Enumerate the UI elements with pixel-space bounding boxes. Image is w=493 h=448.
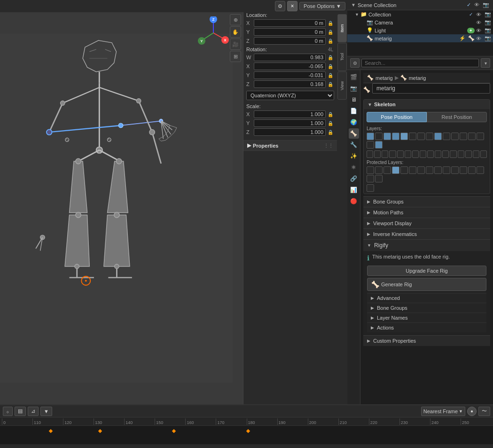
rotation-z-value[interactable]: 0.168: [254, 80, 326, 88]
rest-position-button[interactable]: Rest Position: [427, 112, 487, 122]
timeline-scrollbar[interactable]: [0, 444, 493, 448]
player-8[interactable]: [426, 166, 433, 174]
player-5[interactable]: [400, 166, 408, 174]
nearest-frame-select[interactable]: Nearest Frame ▼: [421, 407, 465, 416]
layer-25[interactable]: [427, 150, 434, 158]
layer-6[interactable]: [409, 133, 416, 140]
player-3[interactable]: [383, 166, 391, 174]
player-2[interactable]: [375, 166, 383, 174]
layer-11[interactable]: [451, 133, 459, 140]
layer-22[interactable]: [405, 150, 411, 158]
upgrade-face-rig-button[interactable]: Upgrade Face Rig: [367, 266, 486, 276]
camera-icon[interactable]: 🎥: [230, 39, 241, 50]
physics-icon[interactable]: ⚛: [349, 162, 359, 173]
actions-sub-row[interactable]: ▶ Actions: [367, 322, 486, 332]
player-14[interactable]: [477, 166, 484, 174]
viewport-close-button[interactable]: ×: [287, 1, 297, 11]
rotation-y-value[interactable]: -0.031: [254, 71, 326, 79]
world-icon[interactable]: 🌍: [349, 117, 359, 127]
bone-groups-row[interactable]: ▶ Bone Groups: [363, 196, 490, 207]
scale-x-value[interactable]: 1.000: [254, 110, 326, 118]
layer-2[interactable]: [375, 133, 383, 140]
layer-19[interactable]: [382, 150, 388, 158]
constraints-icon[interactable]: 🔗: [349, 173, 359, 184]
player-16[interactable]: [375, 175, 383, 182]
timeline-mode-icon[interactable]: ▤: [15, 407, 26, 416]
scale-z-value[interactable]: 1.000: [254, 128, 326, 136]
inverse-kinematics-row[interactable]: ▶ Inverse Kinematics: [363, 228, 490, 239]
location-x-value[interactable]: 0 m: [254, 19, 326, 27]
modifier-icon[interactable]: 🔧: [349, 140, 359, 150]
viewport-options-icon[interactable]: ⚙: [275, 1, 285, 11]
layer-23[interactable]: [412, 150, 419, 158]
player-1[interactable]: [367, 166, 374, 174]
layer-3[interactable]: [383, 133, 391, 140]
light-item[interactable]: 💡 Light ✦ 👁 📷: [347, 26, 493, 34]
layer-32[interactable]: [480, 150, 487, 158]
props-settings-icon[interactable]: ⚙: [350, 58, 360, 68]
player-15[interactable]: [367, 175, 374, 182]
layer-17[interactable]: [367, 150, 373, 158]
player-12[interactable]: [460, 166, 467, 174]
metarig-item[interactable]: 🦴 metarig ⚡ 🦴 👁 📷: [347, 34, 493, 42]
zoom-icon[interactable]: ⊕: [230, 14, 241, 25]
rigify-header[interactable]: ▼ Rigify: [363, 239, 490, 251]
scale-y-value[interactable]: 1.000: [254, 119, 326, 127]
props-search-input[interactable]: [361, 59, 479, 67]
pan-icon[interactable]: ✋: [230, 26, 241, 38]
location-z-value[interactable]: 0 m: [254, 37, 326, 45]
pose-position-button[interactable]: Pose Position: [367, 112, 427, 122]
layer-1[interactable]: [367, 133, 374, 140]
layer-8[interactable]: [426, 133, 433, 140]
bone-groups-sub-row[interactable]: ▶ Bone Groups: [367, 303, 486, 313]
layer-4[interactable]: [392, 133, 399, 140]
layer-10[interactable]: [443, 133, 450, 140]
grid-icon[interactable]: ⊞: [230, 51, 241, 62]
generate-rig-button[interactable]: 🦴 Generate Rig: [367, 278, 486, 291]
layer-9[interactable]: [434, 133, 442, 140]
object-props-icon[interactable]: 🦴: [349, 128, 359, 139]
timeline-filter-icon[interactable]: ⊿: [28, 407, 39, 416]
layer-30[interactable]: [465, 150, 472, 158]
rotation-x-value[interactable]: -0.065: [254, 63, 326, 70]
scene-props-icon[interactable]: 🎬: [349, 72, 359, 82]
rotation-w-value[interactable]: 0.983: [254, 54, 326, 61]
layer-26[interactable]: [435, 150, 441, 158]
player-4[interactable]: [392, 166, 399, 174]
motion-paths-row[interactable]: ▶ Motion Paths: [363, 207, 490, 218]
layer-14[interactable]: [477, 133, 484, 140]
pose-options-button[interactable]: Pose Options ▼: [299, 2, 345, 10]
metarig-name-input[interactable]: [372, 83, 490, 94]
layer-12[interactable]: [460, 133, 467, 140]
layer-24[interactable]: [420, 150, 426, 158]
collection-item[interactable]: ▼ 📁 Collection ✓ 👁 📷: [347, 10, 493, 18]
props-filter-icon[interactable]: ▾: [481, 58, 490, 68]
particles-icon[interactable]: ✨: [349, 151, 359, 161]
layer-29[interactable]: [458, 150, 464, 158]
timeline-wave-icon[interactable]: 〜: [478, 407, 490, 416]
view-tab[interactable]: View: [337, 71, 347, 100]
timeline-marker-icon[interactable]: ▼: [40, 407, 52, 416]
viewport-display-row[interactable]: ▶ Viewport Display: [363, 218, 490, 228]
view-layer-icon[interactable]: 📄: [349, 106, 359, 116]
layer-28[interactable]: [450, 150, 456, 158]
render-icon[interactable]: 📷: [349, 83, 359, 94]
skeleton-title[interactable]: ▼ Skeleton: [364, 100, 490, 109]
quaternion-select[interactable]: Quaternion (WXYZ): [246, 91, 334, 100]
camera-item[interactable]: 📷 Camera 👁 📷: [347, 18, 493, 26]
timeline-keyframe-icon[interactable]: ⬦: [3, 407, 13, 416]
player-17[interactable]: [367, 184, 374, 192]
player-6[interactable]: [409, 166, 416, 174]
output-icon[interactable]: 🖥: [349, 94, 359, 105]
layer-20[interactable]: [389, 150, 396, 158]
timeline-dot-button[interactable]: ●: [467, 407, 477, 416]
player-9[interactable]: [434, 166, 442, 174]
layer-13[interactable]: [468, 133, 476, 140]
layer-7[interactable]: [417, 133, 425, 140]
layer-16[interactable]: [375, 141, 383, 149]
player-10[interactable]: [443, 166, 450, 174]
timeline-track[interactable]: [0, 426, 493, 444]
tool-tab[interactable]: Tool: [337, 43, 347, 71]
properties-section-header[interactable]: ▶ Properties ⋮⋮: [243, 141, 337, 150]
player-11[interactable]: [451, 166, 459, 174]
